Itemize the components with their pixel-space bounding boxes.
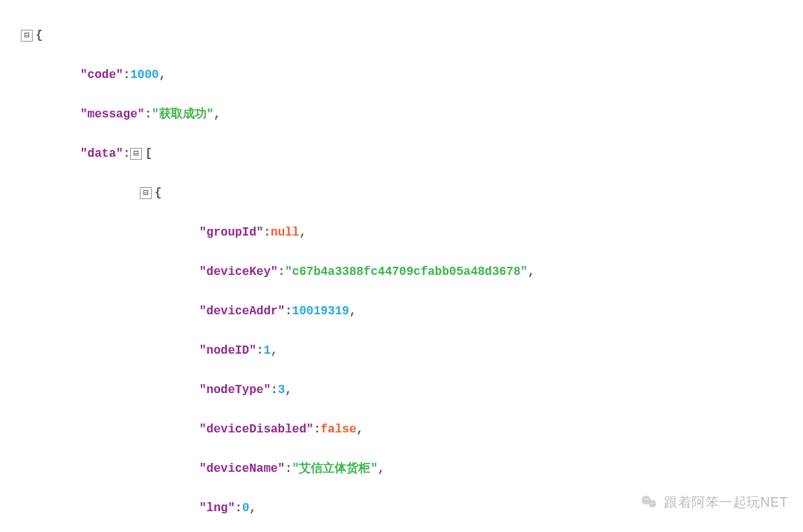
kv-nodeType: "nodeType":3, [21, 380, 803, 400]
kv-message: "message":"获取成功", [21, 105, 803, 125]
kv-deviceKey: "deviceKey":"c67b4a3388fc44709cfabb05a48… [21, 262, 803, 282]
kv-nodeID: "nodeID":1, [21, 341, 803, 361]
svg-point-4 [651, 502, 651, 503]
kv-code: "code":1000, [21, 65, 803, 85]
kv-data: "data":⊟[ [21, 144, 803, 164]
svg-point-2 [644, 499, 645, 500]
collapse-icon[interactable]: ⊟ [21, 30, 33, 42]
svg-point-1 [649, 500, 657, 507]
item-open: ⊟{ [21, 184, 803, 204]
root-open: ⊟{ [21, 26, 803, 46]
watermark-text: 跟着阿笨一起玩NET [664, 493, 788, 511]
kv-deviceAddr: "deviceAddr":10019319, [21, 302, 803, 322]
svg-point-5 [653, 502, 654, 503]
kv-groupId: "groupId":null, [21, 223, 803, 243]
kv-deviceName: "deviceName":"艾信立体货柜", [21, 459, 803, 479]
wechat-icon [640, 493, 658, 511]
json-viewer: ⊟{ "code":1000, "message":"获取成功", "data"… [0, 0, 803, 532]
watermark: 跟着阿笨一起玩NET [640, 493, 788, 511]
collapse-icon[interactable]: ⊟ [140, 187, 152, 199]
collapse-icon[interactable]: ⊟ [130, 148, 142, 160]
svg-point-3 [647, 499, 648, 500]
kv-deviceDisabled: "deviceDisabled":false, [21, 420, 803, 440]
